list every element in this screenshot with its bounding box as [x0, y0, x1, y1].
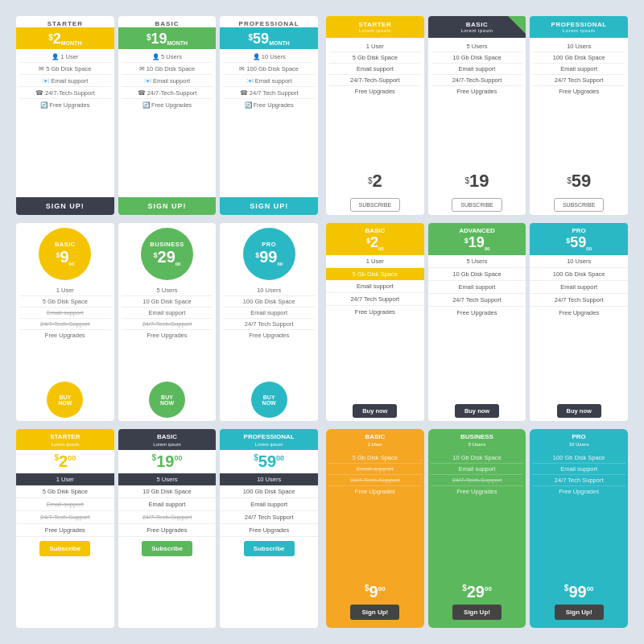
c-feature-support: 24/7-Tech-Support: [19, 319, 111, 330]
signup-button-professional[interactable]: SIGN UP!: [220, 197, 318, 215]
subscribe-button-basic[interactable]: SUBSCRIBE: [452, 198, 502, 212]
plan-pro-color: PRO10 Users 100 Gb Disk Space Email supp…: [530, 429, 628, 628]
buy-now-button-pro[interactable]: Buy now: [557, 404, 601, 418]
plan-professional-tall: PROFESSIONALLorem ipsum $5900 10 Users 1…: [220, 429, 318, 628]
feature-email: 📧 Email support: [122, 77, 213, 87]
feat-header-pro: PRO $5900: [530, 223, 628, 255]
tall-row-support: 24/7 Tech Support: [220, 511, 318, 524]
feat-header-basic: BASIC $200: [326, 223, 424, 255]
cf-disk: 10 Gb Disk Space: [431, 452, 524, 464]
subscribe-button-starter-tall[interactable]: Subscribe: [39, 541, 90, 556]
tall-price-basic: $1900: [150, 450, 185, 473]
circ-features-pro: 10 Users 100 Gb Disk Space Email support…: [223, 285, 315, 378]
tall-row-disk: 5 Gb Disk Space: [16, 485, 114, 498]
color-features-pro: 100 Gb Disk Space Email support 24/7 Tec…: [530, 449, 628, 583]
c-feature-users: 5 Users: [122, 285, 213, 296]
feature-users: 👤 5 Users: [122, 53, 213, 63]
d-feature-support: 24/7-Tech-Support: [329, 75, 421, 86]
buy-button-basic[interactable]: BUYNOW: [47, 382, 83, 418]
section-color: BASIC1 User 5 Gb Disk Space Email-suppor…: [326, 429, 628, 628]
feature-disk: ✉ 5 Gb Disk Space: [19, 65, 111, 75]
color-header-pro: PRO10 Users: [530, 429, 628, 449]
plan-name-professional: PROFESSIONAL: [220, 16, 318, 27]
plan-basic-tall: BASICLorem ipsum $1900 5 Users 10 Gb Dis…: [118, 429, 217, 628]
tall-row-upgrades: Free Upgrades: [118, 524, 217, 537]
f-feature-disk: 10 Gb Disk Space: [428, 268, 526, 281]
dark-header-professional: PROFESSIONALLorem ipsum: [530, 16, 628, 38]
tall-row-upgrades: Free Upgrades: [220, 524, 318, 537]
buy-button-business[interactable]: BUYNOW: [149, 382, 185, 418]
d-feature-users: 10 Users: [533, 41, 625, 52]
feature-upgrades: 🔄 Free Upgrades: [122, 101, 213, 110]
tall-row-email: Email-support: [16, 498, 114, 511]
d-feature-email: Email support: [329, 64, 421, 75]
tall-row-users: 10 Users: [220, 473, 318, 485]
subscribe-button-basic-tall[interactable]: Subscribe: [142, 541, 192, 556]
feature-support: ☎ 24/7-Tech-Support: [122, 89, 213, 99]
dark-price-professional: $59: [564, 167, 594, 195]
cf-upgrades: Free Upgrades: [532, 486, 625, 497]
buy-now-button-advanced[interactable]: Buy now: [455, 404, 499, 418]
circle-badge-pro: PRO $9900: [243, 228, 295, 280]
c-feature-upgrades: Free Upgrades: [223, 330, 315, 341]
cf-email: Email-support: [328, 464, 422, 475]
cf-email: Email support: [431, 464, 524, 475]
plan-pro-feature: PRO $5900 10 Users 100 Gb Disk Space Ema…: [530, 223, 628, 422]
tall-row-disk: 100 Gb Disk Space: [220, 485, 318, 498]
plan-basic-color: BASIC1 User 5 Gb Disk Space Email-suppor…: [326, 429, 424, 628]
feature-email: 📧 Email support: [223, 77, 315, 87]
dark-features-professional: 10 Users 100 Gb Disk Space Email support…: [530, 38, 628, 167]
feat-header-advanced: ADVANCED $1900: [428, 223, 526, 255]
circle-price: $9900: [255, 248, 283, 266]
c-feature-email: Email support: [19, 308, 111, 319]
f-feature-users: 10 Users: [530, 255, 628, 268]
dark-price-starter: $2: [365, 167, 386, 195]
tall-row-upgrades: Free Upgrades: [16, 524, 114, 537]
feat-price-pro: $5900: [531, 234, 626, 251]
f-feature-disk: 100 Gb Disk Space: [530, 268, 628, 281]
row-1: STARTER $2MONTH 👤 1 User ✉ 5 Gb Disk Spa…: [16, 16, 628, 215]
buy-now-button-basic[interactable]: Buy now: [353, 404, 397, 418]
signup-button-pro-color[interactable]: Sign Up!: [555, 605, 604, 620]
subscribe-button-starter[interactable]: SUBSCRIBE: [350, 198, 400, 212]
circ-features-basic: 1 User 5 Gb Disk Space Email support 24/…: [19, 285, 111, 378]
dark-features-starter: 1 User 5 Gb Disk Space Email support 24/…: [326, 38, 424, 167]
signup-button-basic-color[interactable]: Sign Up!: [350, 605, 399, 620]
signup-button-business-color[interactable]: Sign Up!: [452, 605, 502, 620]
circle-badge-business: BUSINESS $2900: [141, 228, 193, 280]
f-feature-support: 24/7 Tech Support: [530, 294, 628, 307]
signup-button-basic[interactable]: SIGN UP!: [118, 197, 217, 215]
d-feature-disk: 10 Gb Disk Space: [431, 52, 523, 64]
price-professional: $59MONTH: [220, 27, 318, 49]
c-feature-users: 10 Users: [223, 285, 315, 296]
f-feature-upgrades: Free Upgrades: [530, 307, 628, 319]
tall-header-basic: BASICLorem ipsum: [118, 429, 217, 450]
feat-features-basic: 1 User 5 Gb Disk Space Email support 24/…: [326, 255, 424, 402]
features-starter: 👤 1 User ✉ 5 Gb Disk Space 📧 Email suppo…: [16, 49, 114, 197]
feature-upgrades: 🔄 Free Upgrades: [19, 101, 111, 110]
plan-business-color: BUSINESS5 Users 10 Gb Disk Space Email s…: [428, 429, 526, 628]
cf-email: Email support: [532, 464, 625, 475]
c-feature-disk: 5 Gb Disk Space: [19, 296, 111, 308]
tall-header-starter: STARTERLorem ipsum: [16, 429, 114, 450]
feature-users: 👤 1 User: [19, 53, 111, 63]
cf-disk: 100 Gb Disk Space: [532, 452, 625, 464]
features-professional: 👤 10 Users ✉ 100 Gb Disk Space 📧 Email s…: [220, 49, 318, 197]
f-feature-support: 24/7 Tech Support: [428, 294, 526, 307]
buy-button-pro[interactable]: BUYNOW: [251, 382, 287, 418]
signup-button-starter[interactable]: SIGN UP!: [16, 197, 114, 215]
circle-plan-name: BUSINESS: [150, 241, 184, 248]
d-feature-support: 24/7 Tech Support: [533, 75, 625, 86]
c-feature-disk: 10 Gb Disk Space: [122, 296, 213, 308]
subscribe-button-professional[interactable]: SUBSCRIBE: [554, 198, 604, 212]
feat-features-pro: 10 Users 100 Gb Disk Space Email support…: [530, 255, 628, 402]
feature-disk: ✉ 100 Gb Disk Space: [223, 65, 315, 75]
d-feature-disk: 5 Gb Disk Space: [329, 52, 421, 64]
price-basic: $19MONTH: [118, 27, 217, 49]
tall-header-professional: PROFESSIONALLorem ipsum: [220, 429, 318, 450]
color-price-business: $2900: [462, 583, 492, 601]
circ-features-business: 5 Users 10 Gb Disk Space Email support 2…: [122, 285, 213, 378]
c-feature-email: Email support: [223, 308, 315, 319]
subscribe-button-professional-tall[interactable]: Subscribe: [244, 541, 295, 556]
circle-price: $2900: [154, 248, 181, 266]
